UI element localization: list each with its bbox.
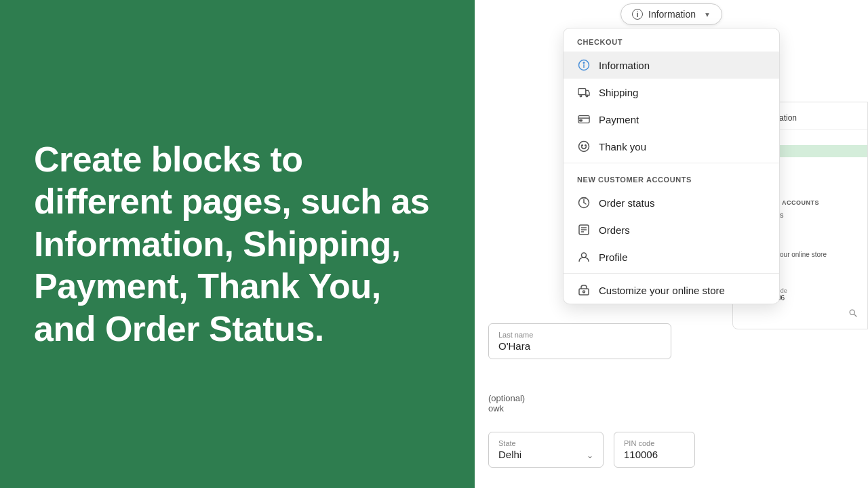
- information-icon: [577, 58, 591, 72]
- dropdown-menu: CHECKOUT Information: [563, 28, 780, 304]
- orders-label: Orders: [599, 224, 630, 236]
- svg-point-7: [586, 95, 588, 97]
- svg-point-12: [582, 145, 583, 146]
- dropdown-item-profile[interactable]: Profile: [564, 243, 779, 270]
- dropdown-item-orders[interactable]: Orders: [564, 216, 779, 243]
- dropdown-item-information[interactable]: Information: [564, 52, 779, 79]
- headline: Create blocks to different pages, such a…: [34, 138, 441, 350]
- trigger-chevron-icon: ▼: [704, 11, 711, 18]
- small-search: [733, 306, 867, 321]
- svg-point-13: [585, 145, 587, 146]
- dropdown-item-order-status[interactable]: Order status: [564, 189, 779, 216]
- pin-label: PIN code: [624, 439, 685, 447]
- checkout-section-title: CHECKOUT: [564, 28, 779, 52]
- dropdown-container: i Information ▼ CHECKOUT Information: [556, 0, 787, 304]
- state-label: State: [498, 439, 521, 447]
- state-value: Delhi: [498, 449, 521, 460]
- dropdown-trigger[interactable]: i Information ▼: [620, 3, 722, 25]
- profile-icon: [577, 250, 591, 264]
- thankyou-label: Thank you: [599, 141, 646, 152]
- pin-value: 110006: [624, 449, 685, 460]
- svg-point-19: [582, 253, 587, 258]
- trigger-label: Information: [648, 9, 696, 20]
- payment-icon: [577, 113, 591, 126]
- svg-rect-8: [578, 116, 589, 123]
- dropdown-item-payment[interactable]: Payment: [564, 106, 779, 133]
- svg-point-4: [583, 62, 585, 64]
- address-optional: (optional) owk: [488, 393, 671, 413]
- svg-rect-5: [578, 89, 586, 95]
- address-value: owk: [488, 403, 671, 413]
- dropdown-item-thankyou[interactable]: Thank you: [564, 133, 779, 160]
- svg-point-6: [580, 95, 582, 97]
- small-search-icon: [848, 308, 858, 318]
- svg-point-11: [579, 142, 589, 152]
- state-chevron-icon: ⌄: [587, 451, 593, 460]
- accounts-section-title: NEW CUSTOMER ACCOUNTS: [564, 166, 779, 189]
- shipping-icon: [577, 85, 591, 99]
- thankyou-icon: [577, 140, 591, 153]
- last-name-field: Last name O'Hara: [488, 323, 671, 359]
- state-field: State Delhi ⌄: [488, 432, 604, 468]
- svg-line-1: [854, 314, 857, 317]
- svg-rect-10: [580, 120, 583, 121]
- pin-field: PIN code 110006: [614, 432, 695, 468]
- last-name-value: O'Hara: [498, 340, 661, 352]
- profile-label: Profile: [599, 251, 628, 263]
- left-panel: Create blocks to different pages, such a…: [0, 0, 475, 488]
- information-label: Information: [599, 60, 650, 71]
- svg-point-0: [850, 310, 854, 314]
- shipping-label: Shipping: [599, 87, 638, 98]
- right-area: Last name O'Hara (optional) owk State De…: [475, 0, 868, 488]
- dropdown-item-shipping[interactable]: Shipping: [564, 79, 779, 106]
- order-status-icon: [577, 196, 591, 209]
- svg-point-21: [583, 291, 585, 293]
- payment-label: Payment: [599, 114, 639, 125]
- address-optional-label: (optional): [488, 393, 671, 403]
- dropdown-item-customize[interactable]: Customize your online store: [564, 277, 779, 304]
- divider-2: [564, 273, 779, 274]
- order-status-label: Order status: [599, 197, 655, 209]
- orders-icon: [577, 223, 591, 237]
- divider-1: [564, 163, 779, 163]
- customize-label: Customize your online store: [599, 285, 725, 296]
- svg-rect-20: [579, 289, 589, 295]
- trigger-info-icon: i: [632, 9, 643, 20]
- customize-icon: [577, 283, 591, 297]
- last-name-label: Last name: [498, 331, 661, 339]
